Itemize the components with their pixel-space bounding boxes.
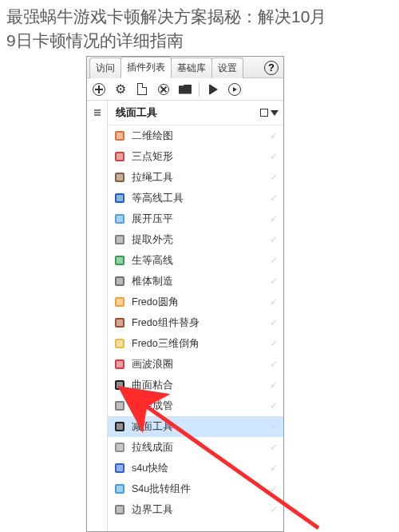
pipe-icon xyxy=(113,399,127,413)
list-item[interactable]: 路径成管✓ xyxy=(108,395,283,416)
document-button[interactable] xyxy=(133,81,151,98)
cone-icon xyxy=(113,274,127,288)
edge-icon xyxy=(113,502,127,517)
list-item-label: 展开压平 xyxy=(132,212,267,226)
panel-area: 线面工具 二维绘图✓三点矩形✓拉绳工具✓等高线工具✓展开压平✓提取外壳✓生等高线… xyxy=(87,101,283,531)
check-icon[interactable]: ✓ xyxy=(267,337,280,350)
list-item[interactable]: 边界工具✓ xyxy=(108,499,283,520)
tab-base-library[interactable]: 基础库 xyxy=(171,58,212,78)
panel-collapse-icon[interactable] xyxy=(271,110,279,116)
svg-rect-1 xyxy=(117,133,123,139)
svg-rect-23 xyxy=(117,361,123,367)
plugin-manager-window: 访问 插件列表 基础库 设置 ? ⚙ 线面工具 xyxy=(86,56,284,532)
panel-title: 线面工具 xyxy=(116,105,157,120)
svg-rect-7 xyxy=(117,195,123,201)
check-icon[interactable]: ✓ xyxy=(267,171,280,184)
list-item[interactable]: 生等高线✓ xyxy=(108,250,283,271)
check-icon[interactable]: ✓ xyxy=(267,254,280,267)
list-item[interactable]: 椎体制造✓ xyxy=(108,271,283,292)
check-icon[interactable]: ✓ xyxy=(267,212,280,225)
settings-button[interactable]: ⚙ xyxy=(112,81,129,98)
check-icon[interactable]: ✓ xyxy=(267,296,280,308)
panel-header: 线面工具 xyxy=(108,101,283,125)
help-icon[interactable]: ? xyxy=(264,61,279,75)
list-item-label: 路径成管 xyxy=(132,399,267,413)
tab-settings[interactable]: 设置 xyxy=(211,58,243,78)
list-item[interactable]: 拉绳工具✓ xyxy=(108,167,283,188)
toolbar: ⚙ xyxy=(87,78,283,101)
svg-rect-31 xyxy=(117,444,123,451)
list-item[interactable]: 提取外壳✓ xyxy=(108,229,283,250)
panel-layout-icon[interactable] xyxy=(260,109,268,117)
fredo-ghost-icon xyxy=(113,316,127,330)
reduce-icon xyxy=(113,419,127,434)
list-item-label: 减面工具 xyxy=(132,420,267,434)
check-icon[interactable]: ✓ xyxy=(267,503,280,516)
check-icon[interactable]: ✓ xyxy=(267,379,280,391)
svg-rect-25 xyxy=(117,382,123,388)
list-item[interactable]: Fredo圆角✓ xyxy=(108,292,283,312)
add-button[interactable] xyxy=(90,81,108,98)
tab-visit[interactable]: 访问 xyxy=(89,58,121,78)
check-icon[interactable]: ✓ xyxy=(267,420,280,433)
svg-rect-27 xyxy=(117,403,123,409)
list-item-label: Fredo组件替身 xyxy=(132,316,267,330)
list-item[interactable]: 二维绘图✓ xyxy=(108,125,283,146)
list-item-label: Fredo圆角 xyxy=(132,296,267,309)
list-item-label: 等高线工具 xyxy=(132,192,267,205)
play-button[interactable] xyxy=(204,81,222,98)
pencil-icon xyxy=(113,129,127,143)
svg-rect-17 xyxy=(117,299,123,305)
s4u-icon xyxy=(113,461,127,475)
title-line-1: 最强蜗牛游戏卡顿解决方案揭秘：解决10月 xyxy=(6,7,326,26)
extrude-icon xyxy=(113,440,127,455)
svg-rect-11 xyxy=(117,236,123,243)
tab-plugin-list[interactable]: 插件列表 xyxy=(120,57,172,78)
cancel-button[interactable] xyxy=(155,81,172,98)
fredo-round-icon xyxy=(113,295,127,309)
list-item[interactable]: 展开压平✓ xyxy=(108,208,283,229)
strip-expand-icon[interactable] xyxy=(89,104,106,121)
list-item-label: 拉绳工具 xyxy=(132,171,267,185)
play-outline-button[interactable] xyxy=(226,81,243,98)
list-item[interactable]: 减面工具✓ xyxy=(108,416,283,437)
flatten-icon xyxy=(113,212,127,226)
title-line-2: 9日卡顿情况的详细指南 xyxy=(6,31,184,50)
open-folder-button[interactable] xyxy=(176,81,194,98)
panel-header-controls xyxy=(260,109,279,117)
svg-rect-33 xyxy=(117,465,123,471)
check-icon[interactable]: ✓ xyxy=(267,192,280,204)
list-item[interactable]: 三点矩形✓ xyxy=(108,146,283,167)
check-icon[interactable]: ✓ xyxy=(267,482,280,495)
list-item[interactable]: 曲面粘合✓ xyxy=(108,375,283,395)
svg-rect-29 xyxy=(117,423,123,430)
list-item-label: Fredo三维倒角 xyxy=(132,337,267,351)
list-item-label: 边界工具 xyxy=(132,503,267,517)
rope-icon xyxy=(113,170,127,185)
list-item-label: 提取外壳 xyxy=(132,233,267,247)
check-icon[interactable]: ✓ xyxy=(267,316,280,329)
check-icon[interactable]: ✓ xyxy=(267,233,280,246)
plugin-list[interactable]: 二维绘图✓三点矩形✓拉绳工具✓等高线工具✓展开压平✓提取外壳✓生等高线✓椎体制造… xyxy=(108,125,283,531)
check-icon[interactable]: ✓ xyxy=(267,150,280,163)
svg-rect-15 xyxy=(117,278,123,284)
left-strip xyxy=(87,101,108,531)
svg-rect-5 xyxy=(117,174,123,181)
check-icon[interactable]: ✓ xyxy=(267,399,280,412)
check-icon[interactable]: ✓ xyxy=(267,462,280,474)
list-item[interactable]: 等高线工具✓ xyxy=(108,188,283,208)
list-item[interactable]: Fredo组件替身✓ xyxy=(108,312,283,333)
list-item-label: 拉线成面 xyxy=(132,441,267,455)
list-item[interactable]: Fredo三维倒角✓ xyxy=(108,333,283,354)
svg-rect-35 xyxy=(117,486,123,492)
check-icon[interactable]: ✓ xyxy=(267,275,280,288)
tab-bar: 访问 插件列表 基础库 设置 ? xyxy=(87,57,283,78)
list-item[interactable]: S4u批转组件✓ xyxy=(108,478,283,499)
list-item[interactable]: s4u快绘✓ xyxy=(108,458,283,478)
check-icon[interactable]: ✓ xyxy=(267,441,280,454)
check-icon[interactable]: ✓ xyxy=(267,129,280,142)
list-item[interactable]: 拉线成面✓ xyxy=(108,437,283,458)
check-icon[interactable]: ✓ xyxy=(267,358,280,371)
list-item-label: s4u快绘 xyxy=(132,462,267,475)
list-item[interactable]: 画波浪圈✓ xyxy=(108,354,283,375)
